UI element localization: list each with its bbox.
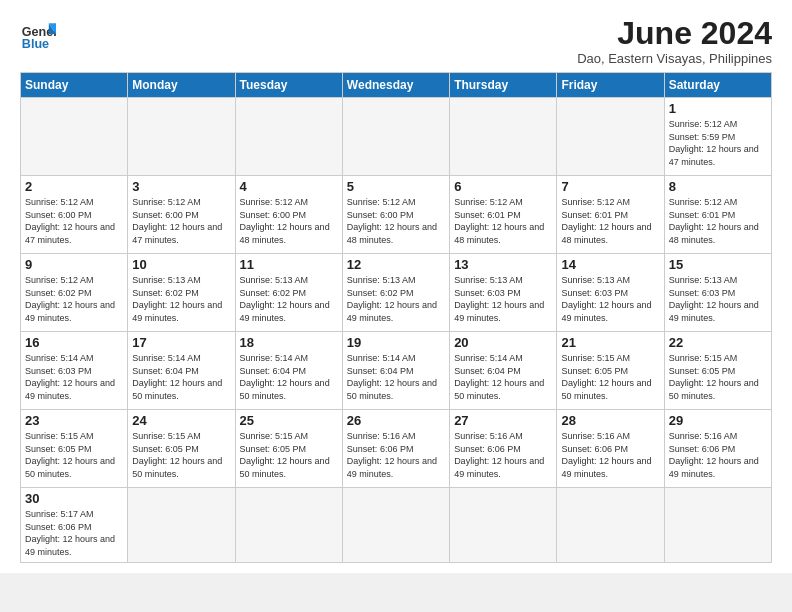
empty-cell bbox=[557, 98, 664, 176]
week-row-4: 16 Sunrise: 5:14 AMSunset: 6:03 PMDaylig… bbox=[21, 332, 772, 410]
day-9: 9 Sunrise: 5:12 AMSunset: 6:02 PMDayligh… bbox=[21, 254, 128, 332]
day-14: 14 Sunrise: 5:13 AMSunset: 6:03 PMDaylig… bbox=[557, 254, 664, 332]
empty-cell bbox=[450, 98, 557, 176]
empty-cell bbox=[342, 488, 449, 562]
empty-cell bbox=[235, 98, 342, 176]
day-18: 18 Sunrise: 5:14 AMSunset: 6:04 PMDaylig… bbox=[235, 332, 342, 410]
day-number: 1 bbox=[669, 101, 767, 116]
day-20: 20 Sunrise: 5:14 AMSunset: 6:04 PMDaylig… bbox=[450, 332, 557, 410]
header-tuesday: Tuesday bbox=[235, 73, 342, 98]
header-monday: Monday bbox=[128, 73, 235, 98]
week-row-3: 9 Sunrise: 5:12 AMSunset: 6:02 PMDayligh… bbox=[21, 254, 772, 332]
day-3: 3 Sunrise: 5:12 AMSunset: 6:00 PMDayligh… bbox=[128, 176, 235, 254]
day-1: 1 Sunrise: 5:12 AM Sunset: 5:59 PM Dayli… bbox=[664, 98, 771, 176]
empty-cell bbox=[557, 488, 664, 562]
day-19: 19 Sunrise: 5:14 AMSunset: 6:04 PMDaylig… bbox=[342, 332, 449, 410]
empty-cell bbox=[128, 488, 235, 562]
day-27: 27 Sunrise: 5:16 AMSunset: 6:06 PMDaylig… bbox=[450, 410, 557, 488]
day-7: 7 Sunrise: 5:12 AMSunset: 6:01 PMDayligh… bbox=[557, 176, 664, 254]
empty-cell bbox=[342, 98, 449, 176]
day-13: 13 Sunrise: 5:13 AMSunset: 6:03 PMDaylig… bbox=[450, 254, 557, 332]
week-row-5: 23 Sunrise: 5:15 AMSunset: 6:05 PMDaylig… bbox=[21, 410, 772, 488]
day-16: 16 Sunrise: 5:14 AMSunset: 6:03 PMDaylig… bbox=[21, 332, 128, 410]
calendar-page: General Blue June 2024 Dao, Eastern Visa… bbox=[0, 0, 792, 573]
day-info: Sunrise: 5:12 AM Sunset: 5:59 PM Dayligh… bbox=[669, 118, 767, 168]
day-15: 15 Sunrise: 5:13 AMSunset: 6:03 PMDaylig… bbox=[664, 254, 771, 332]
empty-cell bbox=[664, 488, 771, 562]
day-10: 10 Sunrise: 5:13 AMSunset: 6:02 PMDaylig… bbox=[128, 254, 235, 332]
day-12: 12 Sunrise: 5:13 AMSunset: 6:02 PMDaylig… bbox=[342, 254, 449, 332]
header-saturday: Saturday bbox=[664, 73, 771, 98]
weekday-header-row: Sunday Monday Tuesday Wednesday Thursday… bbox=[21, 73, 772, 98]
header-wednesday: Wednesday bbox=[342, 73, 449, 98]
logo: General Blue bbox=[20, 16, 56, 52]
title-block: June 2024 Dao, Eastern Visayas, Philippi… bbox=[577, 16, 772, 66]
day-29: 29 Sunrise: 5:16 AMSunset: 6:06 PMDaylig… bbox=[664, 410, 771, 488]
week-row-1: 1 Sunrise: 5:12 AM Sunset: 5:59 PM Dayli… bbox=[21, 98, 772, 176]
logo-icon: General Blue bbox=[20, 16, 56, 52]
day-26: 26 Sunrise: 5:16 AMSunset: 6:06 PMDaylig… bbox=[342, 410, 449, 488]
day-11: 11 Sunrise: 5:13 AMSunset: 6:02 PMDaylig… bbox=[235, 254, 342, 332]
day-5: 5 Sunrise: 5:12 AMSunset: 6:00 PMDayligh… bbox=[342, 176, 449, 254]
empty-cell bbox=[21, 98, 128, 176]
day-30: 30 Sunrise: 5:17 AMSunset: 6:06 PMDaylig… bbox=[21, 488, 128, 562]
header-sunday: Sunday bbox=[21, 73, 128, 98]
week-row-2: 2 Sunrise: 5:12 AMSunset: 6:00 PMDayligh… bbox=[21, 176, 772, 254]
empty-cell bbox=[128, 98, 235, 176]
day-25: 25 Sunrise: 5:15 AMSunset: 6:05 PMDaylig… bbox=[235, 410, 342, 488]
day-24: 24 Sunrise: 5:15 AMSunset: 6:05 PMDaylig… bbox=[128, 410, 235, 488]
location-subtitle: Dao, Eastern Visayas, Philippines bbox=[577, 51, 772, 66]
day-21: 21 Sunrise: 5:15 AMSunset: 6:05 PMDaylig… bbox=[557, 332, 664, 410]
day-17: 17 Sunrise: 5:14 AMSunset: 6:04 PMDaylig… bbox=[128, 332, 235, 410]
header-thursday: Thursday bbox=[450, 73, 557, 98]
calendar-table: Sunday Monday Tuesday Wednesday Thursday… bbox=[20, 72, 772, 562]
day-28: 28 Sunrise: 5:16 AMSunset: 6:06 PMDaylig… bbox=[557, 410, 664, 488]
day-4: 4 Sunrise: 5:12 AMSunset: 6:00 PMDayligh… bbox=[235, 176, 342, 254]
day-2: 2 Sunrise: 5:12 AMSunset: 6:00 PMDayligh… bbox=[21, 176, 128, 254]
empty-cell bbox=[235, 488, 342, 562]
day-22: 22 Sunrise: 5:15 AMSunset: 6:05 PMDaylig… bbox=[664, 332, 771, 410]
month-title: June 2024 bbox=[577, 16, 772, 51]
week-row-6: 30 Sunrise: 5:17 AMSunset: 6:06 PMDaylig… bbox=[21, 488, 772, 562]
header-friday: Friday bbox=[557, 73, 664, 98]
header: General Blue June 2024 Dao, Eastern Visa… bbox=[20, 16, 772, 66]
day-8: 8 Sunrise: 5:12 AMSunset: 6:01 PMDayligh… bbox=[664, 176, 771, 254]
empty-cell bbox=[450, 488, 557, 562]
day-23: 23 Sunrise: 5:15 AMSunset: 6:05 PMDaylig… bbox=[21, 410, 128, 488]
svg-text:Blue: Blue bbox=[22, 37, 49, 51]
day-6: 6 Sunrise: 5:12 AMSunset: 6:01 PMDayligh… bbox=[450, 176, 557, 254]
